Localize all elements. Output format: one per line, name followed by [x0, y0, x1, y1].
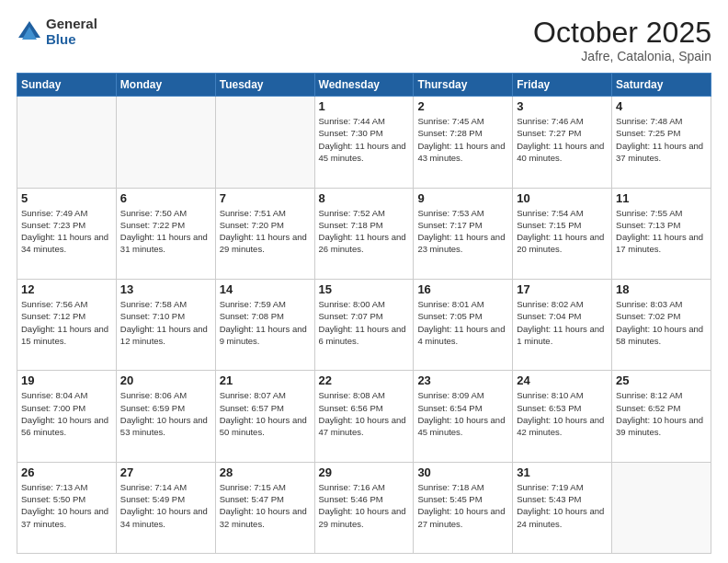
table-row: 4Sunrise: 7:48 AM Sunset: 7:25 PM Daylig… — [612, 97, 711, 188]
table-row: 17Sunrise: 8:02 AM Sunset: 7:04 PM Dayli… — [513, 279, 612, 370]
table-row: 23Sunrise: 8:09 AM Sunset: 6:54 PM Dayli… — [414, 371, 513, 462]
col-monday: Monday — [116, 74, 215, 97]
day-info: Sunrise: 7:15 AM Sunset: 5:47 PM Dayligh… — [220, 481, 311, 530]
day-number: 7 — [220, 191, 311, 205]
day-info: Sunrise: 7:46 AM Sunset: 7:27 PM Dayligh… — [517, 115, 608, 164]
table-row: 10Sunrise: 7:54 AM Sunset: 7:15 PM Dayli… — [513, 188, 612, 279]
day-info: Sunrise: 7:44 AM Sunset: 7:30 PM Dayligh… — [319, 115, 410, 164]
day-number: 17 — [517, 282, 608, 296]
logo-text: General Blue — [46, 17, 97, 47]
table-row: 12Sunrise: 7:56 AM Sunset: 7:12 PM Dayli… — [17, 279, 117, 370]
day-number: 15 — [319, 282, 410, 296]
day-number: 24 — [517, 373, 608, 387]
table-row — [116, 97, 215, 188]
col-thursday: Thursday — [414, 74, 513, 97]
col-saturday: Saturday — [612, 74, 711, 97]
day-number: 20 — [120, 373, 211, 387]
table-row: 31Sunrise: 7:19 AM Sunset: 5:43 PM Dayli… — [513, 462, 612, 553]
header: General Blue October 2025 Jafre, Catalon… — [17, 17, 711, 63]
day-info: Sunrise: 8:10 AM Sunset: 6:53 PM Dayligh… — [517, 389, 608, 438]
day-number: 25 — [616, 373, 707, 387]
table-row: 24Sunrise: 8:10 AM Sunset: 6:53 PM Dayli… — [513, 371, 612, 462]
day-info: Sunrise: 8:09 AM Sunset: 6:54 PM Dayligh… — [417, 389, 508, 438]
table-row: 5Sunrise: 7:49 AM Sunset: 7:23 PM Daylig… — [17, 188, 117, 279]
day-number: 18 — [616, 282, 707, 296]
day-number: 23 — [417, 373, 508, 387]
day-info: Sunrise: 8:00 AM Sunset: 7:07 PM Dayligh… — [319, 298, 410, 347]
day-info: Sunrise: 7:56 AM Sunset: 7:12 PM Dayligh… — [21, 298, 112, 347]
day-number: 14 — [220, 282, 311, 296]
table-row — [17, 97, 117, 188]
day-info: Sunrise: 8:07 AM Sunset: 6:57 PM Dayligh… — [220, 389, 311, 438]
table-row: 22Sunrise: 8:08 AM Sunset: 6:56 PM Dayli… — [314, 371, 414, 462]
logo-icon — [17, 19, 42, 45]
table-row: 9Sunrise: 7:53 AM Sunset: 7:17 PM Daylig… — [414, 188, 513, 279]
col-friday: Friday — [513, 74, 612, 97]
col-sunday: Sunday — [17, 74, 117, 97]
table-row: 7Sunrise: 7:51 AM Sunset: 7:20 PM Daylig… — [215, 188, 314, 279]
day-info: Sunrise: 7:53 AM Sunset: 7:17 PM Dayligh… — [417, 207, 508, 256]
logo-general: General — [46, 17, 97, 32]
day-info: Sunrise: 7:58 AM Sunset: 7:10 PM Dayligh… — [120, 298, 211, 347]
day-info: Sunrise: 7:54 AM Sunset: 7:15 PM Dayligh… — [517, 207, 608, 256]
day-number: 16 — [417, 282, 508, 296]
day-info: Sunrise: 7:51 AM Sunset: 7:20 PM Dayligh… — [220, 207, 311, 256]
logo-blue: Blue — [46, 32, 97, 48]
day-info: Sunrise: 8:01 AM Sunset: 7:05 PM Dayligh… — [417, 298, 508, 347]
col-tuesday: Tuesday — [215, 74, 314, 97]
table-row — [612, 462, 711, 553]
day-info: Sunrise: 7:16 AM Sunset: 5:46 PM Dayligh… — [319, 481, 410, 530]
table-row: 3Sunrise: 7:46 AM Sunset: 7:27 PM Daylig… — [513, 97, 612, 188]
table-row: 18Sunrise: 8:03 AM Sunset: 7:02 PM Dayli… — [612, 279, 711, 370]
day-info: Sunrise: 8:02 AM Sunset: 7:04 PM Dayligh… — [517, 298, 608, 347]
table-row: 11Sunrise: 7:55 AM Sunset: 7:13 PM Dayli… — [612, 188, 711, 279]
calendar-week-row: 1Sunrise: 7:44 AM Sunset: 7:30 PM Daylig… — [17, 97, 711, 188]
day-info: Sunrise: 7:59 AM Sunset: 7:08 PM Dayligh… — [220, 298, 311, 347]
day-number: 9 — [417, 191, 508, 205]
calendar-subtitle: Jafre, Catalonia, Spain — [533, 49, 711, 63]
day-number: 5 — [21, 191, 112, 205]
table-row: 6Sunrise: 7:50 AM Sunset: 7:22 PM Daylig… — [116, 188, 215, 279]
table-row: 1Sunrise: 7:44 AM Sunset: 7:30 PM Daylig… — [314, 97, 414, 188]
table-row: 26Sunrise: 7:13 AM Sunset: 5:50 PM Dayli… — [17, 462, 117, 553]
day-number: 26 — [21, 465, 112, 479]
col-wednesday: Wednesday — [314, 74, 414, 97]
day-info: Sunrise: 7:52 AM Sunset: 7:18 PM Dayligh… — [319, 207, 410, 256]
day-number: 6 — [120, 191, 211, 205]
table-row: 27Sunrise: 7:14 AM Sunset: 5:49 PM Dayli… — [116, 462, 215, 553]
table-row: 25Sunrise: 8:12 AM Sunset: 6:52 PM Dayli… — [612, 371, 711, 462]
day-info: Sunrise: 7:13 AM Sunset: 5:50 PM Dayligh… — [21, 481, 112, 530]
day-number: 3 — [517, 99, 608, 113]
day-info: Sunrise: 7:49 AM Sunset: 7:23 PM Dayligh… — [21, 207, 112, 256]
page: General Blue October 2025 Jafre, Catalon… — [0, 0, 728, 563]
table-row — [215, 97, 314, 188]
table-row: 28Sunrise: 7:15 AM Sunset: 5:47 PM Dayli… — [215, 462, 314, 553]
calendar-title: October 2025 — [533, 17, 711, 49]
day-info: Sunrise: 8:08 AM Sunset: 6:56 PM Dayligh… — [319, 389, 410, 438]
day-number: 22 — [319, 373, 410, 387]
day-info: Sunrise: 8:04 AM Sunset: 7:00 PM Dayligh… — [21, 389, 112, 438]
day-info: Sunrise: 7:48 AM Sunset: 7:25 PM Dayligh… — [616, 115, 707, 164]
table-row: 21Sunrise: 8:07 AM Sunset: 6:57 PM Dayli… — [215, 371, 314, 462]
day-number: 29 — [319, 465, 410, 479]
day-info: Sunrise: 7:55 AM Sunset: 7:13 PM Dayligh… — [616, 207, 707, 256]
day-number: 11 — [616, 191, 707, 205]
day-number: 1 — [319, 99, 410, 113]
day-info: Sunrise: 7:19 AM Sunset: 5:43 PM Dayligh… — [517, 481, 608, 530]
table-row: 19Sunrise: 8:04 AM Sunset: 7:00 PM Dayli… — [17, 371, 117, 462]
table-row: 8Sunrise: 7:52 AM Sunset: 7:18 PM Daylig… — [314, 188, 414, 279]
day-number: 4 — [616, 99, 707, 113]
day-number: 19 — [21, 373, 112, 387]
calendar-week-row: 26Sunrise: 7:13 AM Sunset: 5:50 PM Dayli… — [17, 462, 711, 553]
day-number: 8 — [319, 191, 410, 205]
table-row: 2Sunrise: 7:45 AM Sunset: 7:28 PM Daylig… — [414, 97, 513, 188]
day-number: 12 — [21, 282, 112, 296]
day-info: Sunrise: 8:06 AM Sunset: 6:59 PM Dayligh… — [120, 389, 211, 438]
day-number: 2 — [417, 99, 508, 113]
table-row: 20Sunrise: 8:06 AM Sunset: 6:59 PM Dayli… — [116, 371, 215, 462]
table-row: 30Sunrise: 7:18 AM Sunset: 5:45 PM Dayli… — [414, 462, 513, 553]
day-info: Sunrise: 7:14 AM Sunset: 5:49 PM Dayligh… — [120, 481, 211, 530]
day-number: 30 — [417, 465, 508, 479]
logo: General Blue — [17, 17, 97, 47]
day-info: Sunrise: 7:50 AM Sunset: 7:22 PM Dayligh… — [120, 207, 211, 256]
